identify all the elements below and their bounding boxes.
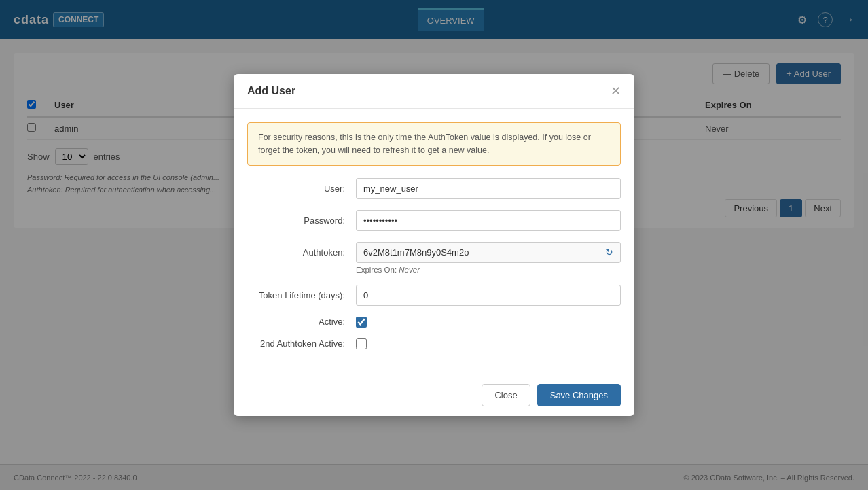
expires-on-value: Never <box>399 266 420 274</box>
authtoken-expires: Expires On: Never <box>356 266 621 274</box>
authtoken-input-wrapper: ↻ <box>356 242 621 263</box>
authtoken-label: Authtoken: <box>247 242 356 258</box>
authtoken-field-group: Authtoken: ↻ Expires On: Never <box>247 242 621 274</box>
modal-overlay: Add User ✕ For security reasons, this is… <box>0 0 868 490</box>
authtoken-group: ↻ Expires On: Never <box>356 242 621 274</box>
user-field-group: User: <box>247 178 621 199</box>
second-authtoken-group: 2nd Authtoken Active: <box>247 338 621 349</box>
modal-title: Add User <box>247 85 295 97</box>
active-label: Active: <box>247 317 356 327</box>
token-lifetime-group: Token Lifetime (days): <box>247 285 621 306</box>
modal-close-button[interactable]: ✕ <box>611 85 621 97</box>
second-authtoken-label: 2nd Authtoken Active: <box>247 338 356 349</box>
expires-on-label: Expires On: <box>356 266 397 274</box>
add-user-modal: Add User ✕ For security reasons, this is… <box>234 74 634 416</box>
active-checkbox[interactable] <box>356 317 367 328</box>
security-warning: For security reasons, this is the only t… <box>247 122 621 166</box>
save-changes-button[interactable]: Save Changes <box>537 384 621 406</box>
password-input[interactable] <box>356 210 621 231</box>
token-lifetime-label: Token Lifetime (days): <box>247 290 356 300</box>
user-input[interactable] <box>356 178 621 199</box>
close-button[interactable]: Close <box>482 384 530 406</box>
user-label: User: <box>247 183 356 194</box>
authtoken-input[interactable] <box>357 243 598 262</box>
modal-header: Add User ✕ <box>234 74 634 109</box>
modal-body: For security reasons, this is the only t… <box>234 109 634 374</box>
password-field-group: Password: <box>247 210 621 231</box>
second-authtoken-checkbox[interactable] <box>356 338 367 349</box>
modal-footer: Close Save Changes <box>234 374 634 416</box>
token-lifetime-input[interactable] <box>356 285 621 306</box>
active-field-group: Active: <box>247 317 621 328</box>
authtoken-refresh-button[interactable]: ↻ <box>598 243 620 262</box>
password-label: Password: <box>247 215 356 226</box>
